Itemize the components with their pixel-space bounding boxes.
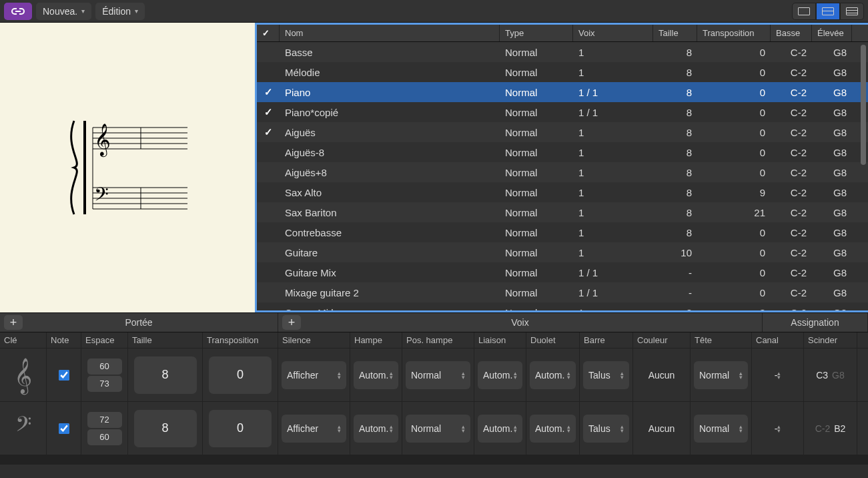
hdr-silence[interactable]: Silence bbox=[278, 332, 350, 348]
new-menu[interactable]: Nouvea. ▾ bbox=[36, 3, 91, 20]
hdr-espace[interactable]: Espace bbox=[81, 332, 128, 348]
row-basse: C-2 bbox=[771, 47, 812, 58]
trans-stepper[interactable]: 0 bbox=[209, 356, 272, 394]
clef-cell[interactable]: 𝄢 bbox=[0, 402, 47, 455]
tete-select[interactable]: Normal▴▾ bbox=[694, 415, 748, 443]
liaison-select[interactable]: Autom.▴▾ bbox=[478, 361, 522, 389]
hdr-liaison[interactable]: Liaison bbox=[474, 332, 526, 348]
row-type: Normal bbox=[500, 147, 573, 158]
row-nom: Guitare bbox=[280, 247, 500, 258]
note-checkbox-cell[interactable] bbox=[47, 402, 81, 455]
trans-cell: 0 bbox=[203, 402, 278, 455]
liaison-select[interactable]: Autom.▴▾ bbox=[478, 415, 522, 443]
pos-select[interactable]: Normal▴▾ bbox=[406, 361, 470, 389]
canal-cell[interactable]: -▴▾ bbox=[752, 402, 804, 455]
row-check[interactable]: ✓ bbox=[257, 86, 280, 98]
scrollbar-thumb[interactable] bbox=[861, 45, 866, 165]
note-checkbox[interactable] bbox=[59, 423, 69, 434]
view-split-button[interactable] bbox=[816, 3, 840, 20]
chevron-down-icon: ▾ bbox=[135, 7, 138, 15]
hampe-select[interactable]: Autom.▴▾ bbox=[354, 361, 398, 389]
table-row[interactable]: Guitare MixNormal1 / 1-0C-2G8 bbox=[257, 262, 868, 282]
table-row[interactable]: Aiguës-8Normal180C-2G8 bbox=[257, 142, 868, 162]
view-full-button[interactable] bbox=[840, 3, 864, 20]
col-type[interactable]: Type bbox=[500, 25, 573, 41]
couleur-cell[interactable]: Aucun bbox=[633, 348, 691, 401]
silence-select[interactable]: Afficher▴▾ bbox=[282, 415, 346, 443]
add-voice-button[interactable]: + bbox=[282, 315, 301, 330]
col-trans[interactable]: Transposition bbox=[697, 25, 771, 41]
col-nom[interactable]: Nom bbox=[280, 25, 500, 41]
table-row[interactable]: ✓Piano*copiéNormal1 / 180C-2G8 bbox=[257, 102, 868, 122]
espace-top-stepper[interactable]: 60 bbox=[87, 358, 122, 375]
barre-select[interactable]: Talus▴▾ bbox=[583, 361, 629, 389]
espace-cell: 72 60 bbox=[81, 402, 128, 455]
couleur-cell[interactable]: Aucun bbox=[633, 402, 691, 455]
silence-select[interactable]: Afficher▴▾ bbox=[282, 361, 346, 389]
row-taille: 8 bbox=[653, 227, 697, 238]
view-compact-button[interactable] bbox=[792, 3, 816, 20]
hdr-canal[interactable]: Canal bbox=[752, 332, 804, 348]
hdr-couleur[interactable]: Couleur bbox=[633, 332, 691, 348]
duolet-cell: Autom.▴▾ bbox=[526, 402, 580, 455]
scinder-cell[interactable]: C-2B2 bbox=[804, 402, 857, 455]
hdr-pos[interactable]: Pos. hampe bbox=[402, 332, 474, 348]
table-row[interactable]: ✓AiguësNormal180C-2G8 bbox=[257, 122, 868, 142]
note-checkbox[interactable] bbox=[59, 370, 69, 381]
col-voix[interactable]: Voix bbox=[573, 25, 653, 41]
row-trans: 0 bbox=[697, 47, 771, 58]
hdr-taille[interactable]: Taille bbox=[128, 332, 203, 348]
hdr-trans[interactable]: Transposition bbox=[203, 332, 278, 348]
row-check[interactable]: ✓ bbox=[257, 106, 280, 118]
table-row[interactable]: ✓PianoNormal1 / 180C-2G8 bbox=[257, 82, 868, 102]
row-basse: C-2 bbox=[771, 87, 812, 98]
hdr-cle[interactable]: Clé bbox=[0, 332, 47, 348]
link-toggle-button[interactable] bbox=[4, 3, 32, 20]
hdr-tete[interactable]: Tête bbox=[691, 332, 752, 348]
row-basse: C-2 bbox=[771, 187, 812, 198]
row-basse: C-2 bbox=[771, 247, 812, 258]
note-checkbox-cell[interactable] bbox=[47, 348, 81, 401]
table-row[interactable]: Cor en Mi bNormal18-3C-2G8 bbox=[257, 302, 868, 310]
hdr-scinder[interactable]: Scinder bbox=[804, 332, 857, 348]
table-row[interactable]: Aiguës+8Normal180C-2G8 bbox=[257, 162, 868, 182]
duolet-select[interactable]: Autom.▴▾ bbox=[530, 361, 576, 389]
hdr-duolet[interactable]: Duolet bbox=[526, 332, 580, 348]
col-basse[interactable]: Basse bbox=[771, 25, 812, 41]
hdr-note[interactable]: Note bbox=[47, 332, 81, 348]
clef-cell[interactable]: 𝄞 bbox=[0, 348, 47, 401]
staff-row: 𝄢 72 60 80Afficher▴▾Autom.▴▾Normal▴▾Auto… bbox=[0, 402, 868, 455]
espace-bottom-stepper[interactable]: 73 bbox=[87, 376, 122, 392]
table-row[interactable]: Mixage guitare 2Normal1 / 1-0C-2G8 bbox=[257, 282, 868, 302]
tete-select[interactable]: Normal▴▾ bbox=[694, 361, 748, 389]
taille-stepper[interactable]: 8 bbox=[134, 410, 197, 447]
espace-bottom-stepper[interactable]: 60 bbox=[87, 429, 122, 445]
trans-stepper[interactable]: 0 bbox=[209, 410, 272, 447]
table-row[interactable]: BasseNormal180C-2G8 bbox=[257, 42, 868, 62]
espace-top-stepper[interactable]: 72 bbox=[87, 412, 122, 428]
toolbar: Nouvea. ▾ Édition ▾ bbox=[0, 0, 868, 23]
col-taille[interactable]: Taille bbox=[653, 25, 697, 41]
table-row[interactable]: Sax AltoNormal189C-2G8 bbox=[257, 182, 868, 202]
edit-menu[interactable]: Édition ▾ bbox=[95, 3, 145, 20]
table-row[interactable]: ContrebasseNormal180C-2G8 bbox=[257, 222, 868, 242]
hampe-select[interactable]: Autom.▴▾ bbox=[354, 415, 398, 443]
table-row[interactable]: GuitareNormal1100C-2G8 bbox=[257, 242, 868, 262]
scinder-cell[interactable]: C3G8 bbox=[804, 348, 857, 401]
row-check[interactable]: ✓ bbox=[257, 126, 280, 138]
duolet-select[interactable]: Autom.▴▾ bbox=[530, 415, 576, 443]
hdr-barre[interactable]: Barre bbox=[580, 332, 633, 348]
table-row[interactable]: MélodieNormal180C-2G8 bbox=[257, 62, 868, 82]
row-nom: Aiguës-8 bbox=[280, 147, 500, 158]
row-basse: C-2 bbox=[771, 207, 812, 218]
table-row[interactable]: Sax BaritonNormal1821C-2G8 bbox=[257, 202, 868, 222]
taille-stepper[interactable]: 8 bbox=[134, 356, 197, 394]
col-haute[interactable]: Élevée bbox=[812, 25, 852, 41]
canal-cell[interactable]: -▴▾ bbox=[752, 348, 804, 401]
new-menu-label: Nouvea. bbox=[43, 6, 77, 17]
hdr-hampe[interactable]: Hampe bbox=[350, 332, 402, 348]
add-staff-button[interactable]: + bbox=[4, 315, 23, 330]
barre-select[interactable]: Talus▴▾ bbox=[583, 415, 629, 443]
pos-select[interactable]: Normal▴▾ bbox=[406, 415, 470, 443]
col-check[interactable]: ✓ bbox=[257, 25, 280, 41]
